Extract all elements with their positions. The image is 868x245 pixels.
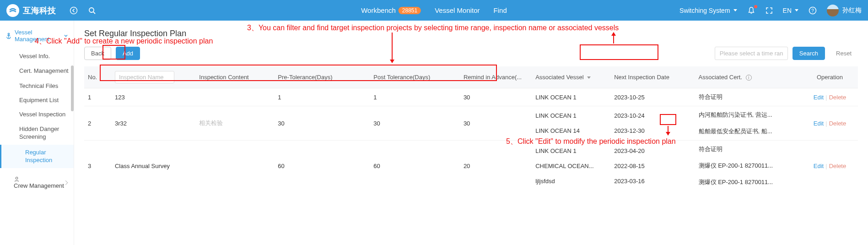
sidebar-item-technical-files[interactable]: Technical Files [0,79,74,93]
sidebar-items: Vessel Info. Cert. Management Technical … [0,49,74,168]
sidebar-item-vessel-info[interactable]: Vessel Info. [0,49,74,63]
th-vessel[interactable]: Associated Vessel [532,66,610,88]
cell-no: 2 [84,106,111,141]
brand: 互海科技 [6,4,56,17]
user-menu[interactable]: 孙红梅 [827,5,862,16]
inspection-table: No. Inspection Content Pre-Tolerance(Day… [84,66,858,191]
cell-value: LINK OCEAN 14 [535,127,607,134]
cell-post: 1 [370,88,460,106]
sidebar-item-cert-management[interactable]: Cert. Management [0,63,74,79]
switching-system[interactable]: Switching System [679,7,737,14]
fullscreen-icon[interactable] [766,7,773,14]
cell-value: LINK OCEAN 1 [535,147,607,154]
svg-line-2 [93,12,95,14]
info-icon[interactable]: i [746,75,752,81]
username: 孙红梅 [842,6,862,15]
edit-link[interactable]: Edit [814,94,824,101]
inspection-name-filter[interactable] [115,71,174,83]
help-icon[interactable]: ? [809,6,817,15]
reset-button[interactable]: Reset [830,47,858,60]
cell-value: CHEMICAL OCEAN... [535,163,607,169]
delete-link[interactable]: Delete [829,120,846,127]
sidebar-item-regular-inspection[interactable]: Regular Inspection [0,145,74,168]
time-range-input[interactable] [715,47,788,60]
search-button[interactable]: Search [793,47,825,60]
delete-link[interactable]: Delete [829,94,846,101]
th-pre: Pre-Tolerance(Days) [274,66,370,88]
cell-remind: 30 [460,106,532,141]
cell-value: 测爆仪 EP-200-1 8270011... [699,178,798,186]
nav-workbench[interactable]: Workbench 28851 [361,6,421,14]
chevron-down-icon [64,33,68,39]
cell-no: 1 [84,88,111,106]
cell-pre: 1 [274,88,370,106]
language-switch[interactable]: EN [783,7,798,14]
page-title: Set Regular Inspection Plan [84,29,858,38]
search-icon[interactable] [88,6,96,15]
cell-op: Edit|Delete [802,106,858,141]
avatar-icon [827,5,839,16]
add-button[interactable]: Add [116,47,140,60]
sidebar-section-vessel-management[interactable]: Vessel Management [0,25,74,46]
th-no: No. [84,66,111,88]
sidebar-item-hidden-danger[interactable]: Hidden Danger Screening [0,121,74,145]
main-content: Set Regular Inspection Plan Back Add Sea… [74,21,868,245]
cell-value: 船舶最低安全配员证书, 船... [699,127,798,136]
th-remind: Remind in Advance(... [460,66,532,88]
cell-name: 3r32 [111,106,195,141]
sort-caret-icon [587,76,591,79]
toolbar: Back Add Search Reset [84,47,858,60]
caret-down-icon [733,9,737,11]
th-next: Next Inspection Date [610,66,695,88]
sidebar-item-vessel-inspection[interactable]: Vessel Inspection [0,107,74,121]
cell-remind: 30 [460,88,532,106]
topbar-right: Switching System EN ? 孙红梅 [679,5,862,16]
notification-dot [754,5,757,8]
cell-remind: 20 [460,141,532,191]
sidebar-item-label: Crew Management [14,182,64,189]
notifications-icon[interactable] [747,6,755,15]
delete-link[interactable]: Delete [829,163,846,169]
cell-cert: 符合证明 [695,88,802,106]
topbar-nav: Workbench 28851 Vessel Monitor Find [361,6,507,14]
cell-value: 2023-03-16 [614,178,691,185]
cell-no: 3 [84,141,111,191]
scrollbar-thumb[interactable] [71,65,74,111]
cell-value: LINK OCEAN 1 [535,94,607,101]
cell-pre: 60 [274,141,370,191]
cell-value: 测爆仪 EP-200-1 8270011... [699,162,798,170]
th-vessel-label: Associated Vessel [535,74,584,81]
brand-logo-icon [6,4,19,17]
back-circle-icon[interactable] [70,6,78,15]
nav-vessel-monitor[interactable]: Vessel Monitor [435,6,480,14]
svg-point-8 [16,177,18,179]
nav-find[interactable]: Find [494,6,507,14]
cell-content [195,141,274,191]
cell-value: 2023-10-25 [614,94,691,101]
cell-cert: 内河船舶防污染证书, 营运...船舶最低安全配员证书, 船... [695,106,802,141]
table-row: 23r32相关检验303030LINK OCEAN 1LINK OCEAN 14… [84,106,858,141]
language-label: EN [783,7,792,14]
cell-cert: 符合证明测爆仪 EP-200-1 8270011...测爆仪 EP-200-1 … [695,141,802,191]
sidebar-item-equipment-list[interactable]: Equipment List [0,93,74,107]
cell-next: 2023-10-25 [610,88,695,106]
topbar-left-actions [70,6,96,15]
svg-point-1 [89,8,94,12]
workbench-badge: 28851 [399,7,421,14]
edit-link[interactable]: Edit [814,120,824,127]
op-separator: | [825,94,827,101]
switching-system-label: Switching System [679,7,730,14]
cell-op: Edit|Delete [802,88,858,106]
edit-link[interactable]: Edit [814,163,824,169]
cell-value: 内河船舶防污染证书, 营运... [699,111,798,119]
cell-value: ljljsfdsd [535,178,607,185]
cell-op: Edit|Delete [802,141,858,191]
nav-workbench-label: Workbench [361,6,396,14]
cell-content: 相关检验 [195,106,274,141]
th-op: Operation [802,66,858,88]
th-name [111,66,195,88]
sidebar-item-crew-management[interactable]: Crew Management [0,173,74,193]
th-post: Post Tolerance(Days) [370,66,460,88]
back-button[interactable]: Back [84,47,111,60]
cell-next: 2023-04-202022-08-152023-03-16 [610,141,695,191]
